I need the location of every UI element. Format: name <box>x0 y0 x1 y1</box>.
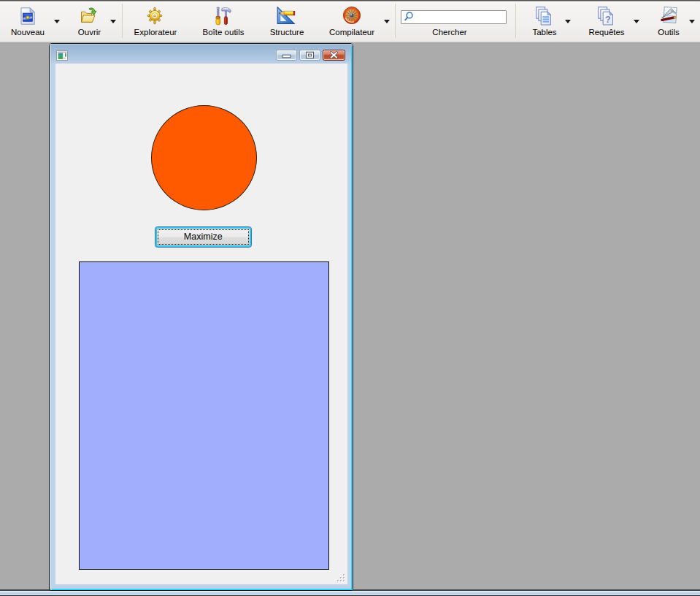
svg-text:?: ? <box>605 15 611 25</box>
